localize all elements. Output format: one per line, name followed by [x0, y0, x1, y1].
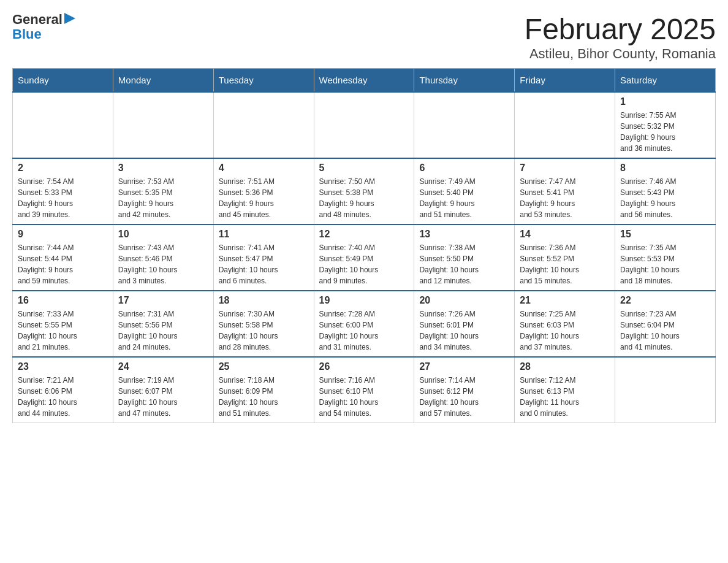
day-number: 8 — [620, 163, 710, 174]
calendar-cell: 12Sunrise: 7:40 AM Sunset: 5:49 PM Dayli… — [314, 224, 414, 291]
day-info: Sunrise: 7:26 AM Sunset: 6:01 PM Dayligh… — [419, 308, 509, 353]
weekday-header-saturday: Saturday — [615, 69, 716, 93]
calendar-cell — [314, 92, 414, 158]
day-number: 14 — [520, 229, 610, 240]
calendar-cell: 25Sunrise: 7:18 AM Sunset: 6:09 PM Dayli… — [213, 357, 314, 423]
calendar-cell — [414, 92, 515, 158]
day-info: Sunrise: 7:50 AM Sunset: 5:38 PM Dayligh… — [319, 176, 409, 220]
logo: General Blue — [12, 12, 75, 42]
day-info: Sunrise: 7:54 AM Sunset: 5:33 PM Dayligh… — [18, 176, 108, 220]
day-info: Sunrise: 7:19 AM Sunset: 6:07 PM Dayligh… — [118, 375, 208, 419]
day-info: Sunrise: 7:36 AM Sunset: 5:52 PM Dayligh… — [520, 242, 610, 286]
day-number: 10 — [118, 229, 208, 240]
calendar-table: SundayMondayTuesdayWednesdayThursdayFrid… — [12, 68, 716, 423]
logo-general: General — [12, 12, 63, 27]
day-number: 2 — [18, 163, 108, 174]
calendar-cell: 10Sunrise: 7:43 AM Sunset: 5:46 PM Dayli… — [113, 224, 213, 291]
day-info: Sunrise: 7:55 AM Sunset: 5:32 PM Dayligh… — [620, 110, 710, 154]
day-info: Sunrise: 7:31 AM Sunset: 5:56 PM Dayligh… — [118, 308, 208, 353]
day-info: Sunrise: 7:38 AM Sunset: 5:50 PM Dayligh… — [419, 242, 509, 286]
title-block: February 2025 Astileu, Bihor County, Rom… — [525, 12, 716, 62]
calendar-cell: 3Sunrise: 7:53 AM Sunset: 5:35 PM Daylig… — [113, 158, 213, 224]
day-number: 20 — [419, 295, 509, 306]
calendar-cell — [515, 92, 615, 158]
day-info: Sunrise: 7:53 AM Sunset: 5:35 PM Dayligh… — [118, 176, 208, 220]
calendar-cell: 17Sunrise: 7:31 AM Sunset: 5:56 PM Dayli… — [113, 291, 213, 357]
weekday-header-monday: Monday — [113, 69, 213, 93]
page-subtitle: Astileu, Bihor County, Romania — [525, 46, 716, 62]
day-number: 13 — [419, 229, 509, 240]
day-number: 26 — [319, 361, 409, 372]
calendar-cell: 19Sunrise: 7:28 AM Sunset: 6:00 PM Dayli… — [314, 291, 414, 357]
week-row-2: 2Sunrise: 7:54 AM Sunset: 5:33 PM Daylig… — [13, 158, 716, 224]
day-number: 4 — [219, 163, 309, 174]
day-info: Sunrise: 7:41 AM Sunset: 5:47 PM Dayligh… — [219, 242, 309, 286]
week-row-1: 1Sunrise: 7:55 AM Sunset: 5:32 PM Daylig… — [13, 92, 716, 158]
day-info: Sunrise: 7:40 AM Sunset: 5:49 PM Dayligh… — [319, 242, 409, 286]
calendar-cell: 21Sunrise: 7:25 AM Sunset: 6:03 PM Dayli… — [515, 291, 615, 357]
day-number: 22 — [620, 295, 710, 306]
weekday-header-friday: Friday — [515, 69, 615, 93]
calendar-cell: 1Sunrise: 7:55 AM Sunset: 5:32 PM Daylig… — [615, 92, 716, 158]
day-number: 19 — [319, 295, 409, 306]
calendar-cell: 11Sunrise: 7:41 AM Sunset: 5:47 PM Dayli… — [213, 224, 314, 291]
calendar-cell — [13, 92, 113, 158]
calendar-cell — [113, 92, 213, 158]
day-number: 9 — [18, 229, 108, 240]
calendar-cell — [213, 92, 314, 158]
day-info: Sunrise: 7:44 AM Sunset: 5:44 PM Dayligh… — [18, 242, 108, 286]
day-info: Sunrise: 7:43 AM Sunset: 5:46 PM Dayligh… — [118, 242, 208, 286]
weekday-header-sunday: Sunday — [13, 69, 113, 93]
calendar-cell: 16Sunrise: 7:33 AM Sunset: 5:55 PM Dayli… — [13, 291, 113, 357]
calendar-cell: 8Sunrise: 7:46 AM Sunset: 5:43 PM Daylig… — [615, 158, 716, 224]
day-info: Sunrise: 7:49 AM Sunset: 5:40 PM Dayligh… — [419, 176, 509, 220]
calendar-cell: 13Sunrise: 7:38 AM Sunset: 5:50 PM Dayli… — [414, 224, 515, 291]
day-info: Sunrise: 7:33 AM Sunset: 5:55 PM Dayligh… — [18, 308, 108, 353]
day-info: Sunrise: 7:14 AM Sunset: 6:12 PM Dayligh… — [419, 375, 509, 419]
calendar-cell: 20Sunrise: 7:26 AM Sunset: 6:01 PM Dayli… — [414, 291, 515, 357]
day-number: 12 — [319, 229, 409, 240]
day-number: 17 — [118, 295, 208, 306]
day-info: Sunrise: 7:21 AM Sunset: 6:06 PM Dayligh… — [18, 375, 108, 419]
day-number: 5 — [319, 163, 409, 174]
calendar-cell: 18Sunrise: 7:30 AM Sunset: 5:58 PM Dayli… — [213, 291, 314, 357]
day-info: Sunrise: 7:35 AM Sunset: 5:53 PM Dayligh… — [620, 242, 710, 286]
calendar-cell: 5Sunrise: 7:50 AM Sunset: 5:38 PM Daylig… — [314, 158, 414, 224]
calendar-cell: 4Sunrise: 7:51 AM Sunset: 5:36 PM Daylig… — [213, 158, 314, 224]
day-number: 6 — [419, 163, 509, 174]
day-number: 7 — [520, 163, 610, 174]
day-info: Sunrise: 7:30 AM Sunset: 5:58 PM Dayligh… — [219, 308, 309, 353]
day-info: Sunrise: 7:28 AM Sunset: 6:00 PM Dayligh… — [319, 308, 409, 353]
calendar-cell: 26Sunrise: 7:16 AM Sunset: 6:10 PM Dayli… — [314, 357, 414, 423]
calendar-cell: 22Sunrise: 7:23 AM Sunset: 6:04 PM Dayli… — [615, 291, 716, 357]
svg-marker-0 — [64, 13, 75, 24]
calendar-cell: 9Sunrise: 7:44 AM Sunset: 5:44 PM Daylig… — [13, 224, 113, 291]
week-row-3: 9Sunrise: 7:44 AM Sunset: 5:44 PM Daylig… — [13, 224, 716, 291]
day-number: 11 — [219, 229, 309, 240]
calendar-cell: 15Sunrise: 7:35 AM Sunset: 5:53 PM Dayli… — [615, 224, 716, 291]
calendar-cell: 27Sunrise: 7:14 AM Sunset: 6:12 PM Dayli… — [414, 357, 515, 423]
day-number: 18 — [219, 295, 309, 306]
day-info: Sunrise: 7:51 AM Sunset: 5:36 PM Dayligh… — [219, 176, 309, 220]
calendar-cell: 7Sunrise: 7:47 AM Sunset: 5:41 PM Daylig… — [515, 158, 615, 224]
day-number: 27 — [419, 361, 509, 372]
week-row-5: 23Sunrise: 7:21 AM Sunset: 6:06 PM Dayli… — [13, 357, 716, 423]
week-row-4: 16Sunrise: 7:33 AM Sunset: 5:55 PM Dayli… — [13, 291, 716, 357]
calendar-cell: 23Sunrise: 7:21 AM Sunset: 6:06 PM Dayli… — [13, 357, 113, 423]
day-number: 16 — [18, 295, 108, 306]
day-info: Sunrise: 7:23 AM Sunset: 6:04 PM Dayligh… — [620, 308, 710, 353]
day-info: Sunrise: 7:16 AM Sunset: 6:10 PM Dayligh… — [319, 375, 409, 419]
calendar-cell: 6Sunrise: 7:49 AM Sunset: 5:40 PM Daylig… — [414, 158, 515, 224]
calendar-cell: 2Sunrise: 7:54 AM Sunset: 5:33 PM Daylig… — [13, 158, 113, 224]
day-number: 21 — [520, 295, 610, 306]
day-number: 25 — [219, 361, 309, 372]
weekday-header-thursday: Thursday — [414, 69, 515, 93]
page-title: February 2025 — [525, 12, 716, 46]
logo-blue: Blue — [12, 26, 42, 42]
logo-arrow-icon — [64, 13, 75, 24]
calendar-header-row: SundayMondayTuesdayWednesdayThursdayFrid… — [13, 69, 716, 93]
calendar-cell — [615, 357, 716, 423]
calendar-cell: 28Sunrise: 7:12 AM Sunset: 6:13 PM Dayli… — [515, 357, 615, 423]
calendar-cell: 24Sunrise: 7:19 AM Sunset: 6:07 PM Dayli… — [113, 357, 213, 423]
day-number: 3 — [118, 163, 208, 174]
